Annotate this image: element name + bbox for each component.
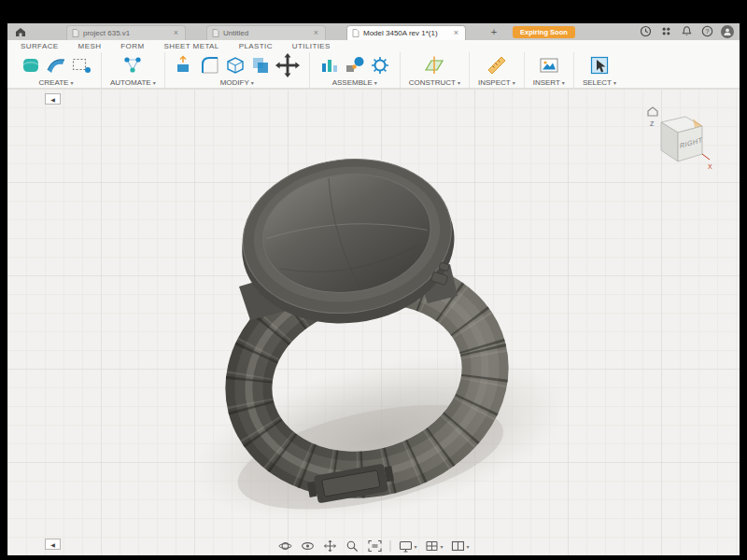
help-icon: ? <box>701 25 713 37</box>
help-button[interactable]: ? <box>700 24 714 38</box>
component-bars-icon <box>318 54 341 77</box>
press-pull-icon <box>174 54 196 77</box>
group-label: CONSTRUCT <box>409 78 456 87</box>
axis-x-line <box>702 154 710 160</box>
application-window: project 635.v1 × Untitled × Model 3450A … <box>7 23 740 555</box>
viewports-icon <box>451 539 466 553</box>
create-sketch-button[interactable] <box>70 54 92 77</box>
view-cube[interactable]: RIGHT Z X <box>639 98 717 176</box>
look-at-button[interactable] <box>300 539 315 553</box>
combine-icon <box>249 54 272 77</box>
display-settings-button[interactable]: ▾ <box>398 539 416 553</box>
assemble-menu[interactable]: ASSEMBLE▾ <box>332 78 377 87</box>
pan-button[interactable] <box>322 539 337 553</box>
tab-close-icon[interactable]: × <box>172 29 180 37</box>
viewcube-home-icon[interactable] <box>648 107 657 116</box>
ribbon-tab-form[interactable]: FORM <box>120 42 144 50</box>
expiring-soon-badge[interactable]: Expiring Soon <box>513 26 575 38</box>
image-canvas-icon <box>538 54 560 77</box>
dropdown-caret-icon: ▾ <box>414 543 416 550</box>
timeline-panel-toggle[interactable]: ◀ <box>45 539 61 550</box>
surface-patch-icon <box>45 54 67 77</box>
shell-button[interactable] <box>224 54 247 77</box>
magnifier-icon <box>345 539 359 553</box>
toolbar-group-construct: CONSTRUCT▾ <box>401 52 470 88</box>
extensions-button[interactable] <box>659 24 673 38</box>
watch-3d-model[interactable] <box>7 89 740 555</box>
ribbon-tab-mesh[interactable]: MESH <box>78 42 102 50</box>
header-icon-cluster: ? <box>639 24 740 38</box>
navigation-bar: ▾ ▾ ▾ <box>277 539 469 553</box>
bell-icon <box>681 25 693 37</box>
tab-label: Untitled <box>219 29 312 37</box>
modify-menu[interactable]: MODIFY▾ <box>220 78 254 87</box>
ribbon-tab-sheet-metal[interactable]: SHEET METAL <box>163 42 218 50</box>
form-icon <box>20 54 42 77</box>
look-at-eye-icon <box>300 539 315 553</box>
document-icon <box>212 29 219 37</box>
create-menu[interactable]: CREATE▾ <box>39 78 74 87</box>
apps-grid-icon <box>660 25 672 37</box>
select-menu[interactable]: SELECT▾ <box>583 78 616 87</box>
user-avatar[interactable] <box>721 25 734 38</box>
dropdown-caret-icon: ▾ <box>70 80 73 86</box>
automate-menu[interactable]: AUTOMATE▾ <box>110 78 156 87</box>
ribbon-tab-utilities[interactable]: UTILITIES <box>292 42 331 50</box>
zoom-button[interactable] <box>345 539 359 553</box>
dropdown-caret-icon: ▾ <box>613 80 616 86</box>
document-icon <box>72 29 79 37</box>
dropdown-caret-icon: ▾ <box>153 80 156 86</box>
insert-menu[interactable]: INSERT▾ <box>533 78 565 87</box>
toolbar-group-automate: AUTOMATE▾ <box>102 52 165 88</box>
press-pull-button[interactable] <box>174 54 196 77</box>
new-tab-button[interactable]: + <box>486 24 501 39</box>
automate-button[interactable] <box>121 54 144 77</box>
toolbar-group-modify: MODIFY▾ <box>165 52 310 88</box>
inspect-menu[interactable]: INSPECT▾ <box>478 78 515 87</box>
orbit-button[interactable] <box>277 539 292 553</box>
pan-icon <box>322 539 337 553</box>
document-tab[interactable]: Untitled × <box>206 25 326 40</box>
group-label: INSERT <box>533 78 560 87</box>
viewport-canvas[interactable]: RIGHT Z X ◀ ◀ <box>7 89 740 555</box>
motion-link-button[interactable] <box>369 54 391 77</box>
insert-canvas-button[interactable] <box>538 54 560 77</box>
joint-button[interactable] <box>344 54 366 77</box>
grid-snaps-button[interactable]: ▾ <box>424 539 443 553</box>
tab-close-icon[interactable]: × <box>312 29 320 37</box>
viewports-button[interactable]: ▾ <box>451 539 470 553</box>
ribbon-tab-surface[interactable]: SURFACE <box>21 42 59 50</box>
select-button[interactable] <box>588 54 611 77</box>
job-status-button[interactable] <box>639 24 653 38</box>
grid-icon <box>424 539 439 553</box>
create-form-button[interactable] <box>20 54 42 77</box>
home-icon <box>15 27 26 37</box>
joint-icon <box>344 54 366 77</box>
document-tab-active[interactable]: Model 3450A rev 1*(1) × <box>346 25 466 40</box>
fit-button[interactable] <box>367 539 382 553</box>
create-surface-button[interactable] <box>45 54 67 77</box>
fillet-button[interactable] <box>199 54 221 77</box>
home-button[interactable] <box>10 24 31 39</box>
group-label: INSPECT <box>478 78 511 87</box>
construct-plane-button[interactable] <box>423 54 445 77</box>
measure-button[interactable] <box>486 54 508 77</box>
dropdown-caret-icon: ▾ <box>374 80 377 86</box>
combine-button[interactable] <box>249 54 272 77</box>
construct-menu[interactable]: CONSTRUCT▾ <box>409 78 460 87</box>
group-label: MODIFY <box>220 78 249 87</box>
ribbon-tab-plastic[interactable]: PLASTIC <box>239 42 273 50</box>
tab-close-icon[interactable]: × <box>452 29 460 37</box>
main-toolbar: CREATE▾ AUTOMATE▾ <box>7 52 740 89</box>
new-component-button[interactable] <box>318 54 341 77</box>
axis-x-label: X <box>708 163 712 170</box>
document-tab[interactable]: project 635.v1 × <box>66 25 186 40</box>
dropdown-caret-icon: ▾ <box>562 80 565 86</box>
browser-panel-toggle[interactable]: ◀ <box>45 93 61 105</box>
tab-label: Model 3450A rev 1*(1) <box>359 29 452 37</box>
notifications-button[interactable] <box>680 24 694 38</box>
move-copy-button[interactable] <box>275 52 301 78</box>
axis-z-label: Z <box>650 120 655 127</box>
toolbar-group-insert: INSERT▾ <box>525 52 574 88</box>
dropdown-caret-icon: ▾ <box>467 543 470 550</box>
